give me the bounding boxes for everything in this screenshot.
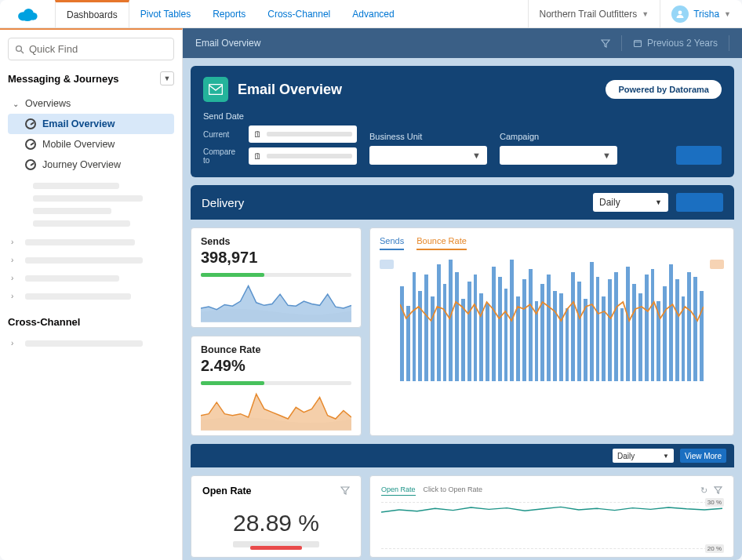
tab-advanced[interactable]: Advanced bbox=[341, 0, 405, 27]
skeleton-line bbox=[33, 220, 130, 227]
bar bbox=[553, 291, 557, 381]
sidebar-section-cross-channel: Cross-Channel bbox=[8, 316, 174, 328]
bar bbox=[682, 296, 686, 382]
sidebar-item-overviews[interactable]: ⌄ Overviews bbox=[8, 93, 174, 114]
open-line-svg bbox=[381, 503, 722, 550]
sends-sparkline bbox=[201, 282, 351, 322]
section-menu-button[interactable]: ▼ bbox=[160, 71, 174, 85]
bar bbox=[455, 272, 459, 382]
sidebar-item-mobile-overview[interactable]: Mobile Overview bbox=[8, 134, 174, 155]
bounce-card: Bounce Rate 2.49% bbox=[191, 336, 362, 436]
bar bbox=[443, 284, 447, 381]
sidebar-item-placeholder[interactable]: › bbox=[8, 233, 174, 251]
bar bbox=[486, 304, 489, 381]
bar bbox=[479, 293, 483, 381]
hero-panel: Email Overview Powered by Datorama Send … bbox=[191, 66, 734, 177]
hero-title: Email Overview bbox=[203, 77, 342, 102]
view-more-button[interactable]: View More bbox=[680, 449, 726, 463]
user-menu[interactable]: Trisha ▼ bbox=[660, 0, 742, 27]
progress-bar bbox=[201, 381, 351, 385]
sidebar-item-journey-overview[interactable]: Journey Overview bbox=[8, 155, 174, 175]
content-scroll[interactable]: Email Overview Powered by Datorama Send … bbox=[183, 58, 742, 560]
sidebar-section-messaging: Messaging & Journeys ▼ bbox=[8, 71, 174, 85]
sidebar-item-placeholder[interactable]: › bbox=[8, 287, 174, 305]
send-date-current-input[interactable]: 🗓 bbox=[249, 125, 357, 143]
tab-dashboards[interactable]: Dashboards bbox=[55, 0, 129, 27]
campaign-select[interactable]: ▼ bbox=[500, 146, 617, 165]
bar bbox=[571, 272, 575, 382]
bar bbox=[590, 262, 594, 381]
svg-point-3 bbox=[22, 13, 33, 21]
svg-line-6 bbox=[21, 51, 24, 53]
delivery-chart bbox=[380, 260, 724, 381]
legend-click-to-open: Click to Open Rate bbox=[424, 485, 483, 496]
open-interval-select[interactable]: Daily ▼ bbox=[613, 449, 674, 463]
sidebar-item-placeholder[interactable]: › bbox=[8, 334, 174, 352]
quick-find-input[interactable]: Quick Find bbox=[8, 38, 174, 60]
chevron-down-icon: ▼ bbox=[602, 151, 611, 160]
date-range-picker[interactable]: Previous 2 Years bbox=[633, 38, 718, 49]
filter-button[interactable] bbox=[601, 38, 610, 48]
quick-find-placeholder: Quick Find bbox=[29, 43, 78, 55]
hero-title-text: Email Overview bbox=[238, 82, 342, 98]
skeleton-line bbox=[33, 195, 143, 202]
bar bbox=[474, 275, 478, 381]
sidebar-item-label: Overviews bbox=[25, 98, 71, 109]
bar bbox=[602, 296, 606, 382]
org-name: Northern Trail Outfitters bbox=[540, 9, 638, 20]
bar bbox=[596, 277, 600, 381]
email-icon bbox=[203, 77, 228, 102]
open-rate-underline bbox=[233, 541, 319, 547]
chevron-down-icon: ▼ bbox=[663, 453, 669, 460]
open-rate-trend-card: Open Rate Click to Open Rate ↻ 30 % 20 % bbox=[369, 475, 734, 558]
tab-reports[interactable]: Reports bbox=[202, 0, 256, 27]
date-range-label: Previous 2 Years bbox=[647, 38, 718, 49]
delivery-title: Delivery bbox=[202, 196, 244, 209]
bar bbox=[449, 260, 453, 381]
bar bbox=[437, 264, 441, 381]
bar bbox=[522, 279, 526, 381]
sidebar-item-placeholder[interactable]: › bbox=[8, 251, 174, 269]
sends-card: Sends 398,971 bbox=[191, 227, 362, 328]
bar bbox=[400, 286, 404, 381]
bar bbox=[669, 264, 673, 381]
sidebar-item-label: Journey Overview bbox=[42, 159, 121, 170]
bar bbox=[498, 277, 502, 381]
calendar-icon: 🗓 bbox=[253, 129, 262, 139]
sidebar-item-email-overview[interactable]: Email Overview bbox=[8, 114, 174, 134]
tab-pivot-tables[interactable]: Pivot Tables bbox=[129, 0, 202, 27]
legend-sends: Sends bbox=[380, 236, 404, 250]
bar bbox=[431, 296, 435, 382]
bar bbox=[418, 291, 422, 381]
filter-icon[interactable] bbox=[714, 485, 722, 496]
avatar bbox=[671, 5, 689, 23]
bar bbox=[675, 279, 679, 381]
calendar-icon bbox=[633, 38, 642, 48]
bar bbox=[577, 282, 581, 381]
chevron-down-icon: ▼ bbox=[642, 10, 649, 18]
bar bbox=[638, 293, 642, 381]
search-icon bbox=[15, 45, 24, 54]
filter-label-business-unit: Business Unit bbox=[369, 132, 487, 141]
bounce-sparkline bbox=[201, 390, 351, 431]
business-unit-select[interactable]: ▼ bbox=[369, 146, 487, 165]
bar bbox=[559, 293, 563, 381]
bar bbox=[700, 291, 704, 381]
send-date-compare-input[interactable]: 🗓 bbox=[249, 147, 357, 165]
bar bbox=[461, 299, 465, 381]
org-picker[interactable]: Northern Trail Outfitters ▼ bbox=[528, 0, 660, 27]
delivery-action-button[interactable] bbox=[676, 193, 723, 212]
apply-filters-button[interactable] bbox=[676, 146, 722, 165]
bar bbox=[535, 301, 539, 381]
bar bbox=[566, 308, 569, 381]
bar bbox=[467, 282, 471, 381]
page-title: Email Overview bbox=[195, 38, 260, 49]
delivery-interval-select[interactable]: Daily ▼ bbox=[593, 193, 668, 212]
gauge-icon bbox=[25, 139, 36, 150]
filter-icon[interactable] bbox=[340, 485, 350, 497]
sidebar-item-label: Email Overview bbox=[42, 118, 115, 129]
sidebar-item-placeholder[interactable]: › bbox=[8, 269, 174, 287]
bar bbox=[584, 299, 587, 381]
refresh-icon[interactable]: ↻ bbox=[700, 485, 707, 496]
tab-cross-channel[interactable]: Cross-Channel bbox=[256, 0, 341, 27]
